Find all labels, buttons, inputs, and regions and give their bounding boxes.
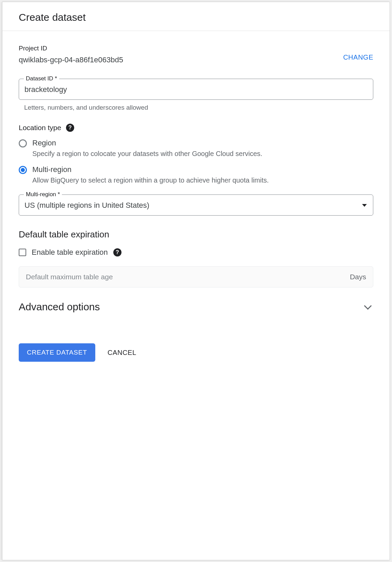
create-dataset-button[interactable]: CREATE DATASET	[19, 343, 95, 362]
enable-expiration-checkbox[interactable]: Enable table expiration ?	[19, 248, 373, 257]
multiregion-select[interactable]: Multi-region * US (multiple regions in U…	[19, 194, 373, 216]
radio-circle-unselected	[19, 139, 27, 147]
change-project-link[interactable]: CHANGE	[343, 53, 373, 61]
panel-header: Create dataset	[2, 2, 390, 31]
project-row: Project ID qwiklabs-gcp-04-a86f1e063bd5 …	[19, 45, 373, 64]
help-icon[interactable]: ?	[66, 124, 74, 132]
dataset-id-field: Dataset ID *	[19, 79, 373, 100]
cancel-button[interactable]: CANCEL	[108, 349, 136, 357]
radio-region[interactable]: Region Specify a region to colocate your…	[19, 139, 373, 158]
create-dataset-panel: Create dataset Project ID qwiklabs-gcp-0…	[2, 2, 390, 560]
location-type-label: Location type	[19, 124, 61, 132]
dataset-id-input[interactable]	[19, 79, 373, 99]
multiregion-value: US (multiple regions in United States)	[24, 201, 149, 210]
dropdown-arrow-icon	[362, 204, 367, 207]
checkbox-box	[19, 249, 26, 256]
checkbox-label: Enable table expiration	[32, 248, 108, 257]
dataset-id-helper: Letters, numbers, and underscores allowe…	[24, 104, 373, 111]
max-table-age-suffix: Days	[350, 273, 366, 281]
chevron-down-icon	[364, 302, 372, 310]
radio-region-title: Region	[32, 139, 373, 147]
project-info: Project ID qwiklabs-gcp-04-a86f1e063bd5	[19, 45, 343, 64]
action-buttons: CREATE DATASET CANCEL	[19, 343, 373, 362]
dataset-id-label: Dataset ID *	[24, 75, 59, 82]
radio-multiregion-desc: Allow BigQuery to select a region within…	[32, 175, 373, 185]
radio-circle-selected	[19, 166, 27, 174]
panel-content: Project ID qwiklabs-gcp-04-a86f1e063bd5 …	[2, 31, 390, 362]
location-type-header: Location type ?	[19, 124, 373, 132]
advanced-options-title: Advanced options	[19, 301, 100, 313]
panel-title: Create dataset	[19, 12, 373, 23]
expiration-heading: Default table expiration	[19, 229, 373, 240]
help-icon[interactable]: ?	[113, 248, 121, 256]
radio-region-desc: Specify a region to colocate your datase…	[32, 149, 373, 158]
project-id-value: qwiklabs-gcp-04-a86f1e063bd5	[19, 56, 343, 64]
multiregion-select-inner: US (multiple regions in United States)	[19, 195, 373, 215]
multiregion-label: Multi-region *	[24, 191, 62, 198]
radio-region-text: Region Specify a region to colocate your…	[32, 139, 373, 158]
max-table-age-field: Default maximum table age Days	[19, 266, 373, 287]
max-table-age-placeholder: Default maximum table age	[26, 273, 113, 281]
advanced-options-toggle[interactable]: Advanced options	[19, 301, 373, 313]
project-id-label: Project ID	[19, 45, 343, 52]
radio-multiregion-title: Multi-region	[32, 165, 373, 174]
radio-multiregion-text: Multi-region Allow BigQuery to select a …	[32, 165, 373, 185]
radio-multiregion[interactable]: Multi-region Allow BigQuery to select a …	[19, 165, 373, 185]
